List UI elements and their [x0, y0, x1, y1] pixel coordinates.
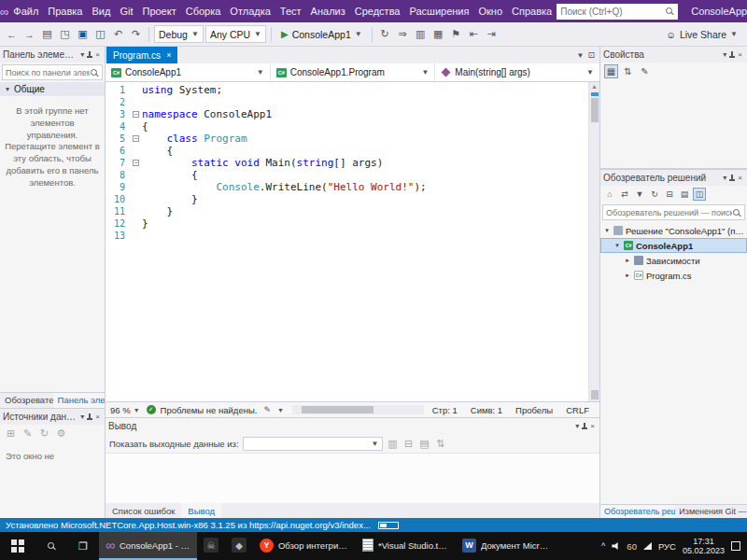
- data-sources-header[interactable]: Источники данных ▾ ×: [0, 409, 105, 425]
- output-content[interactable]: [106, 453, 599, 503]
- sync-with-active-document-icon[interactable]: ◫: [693, 188, 706, 201]
- taskbar-item-visual-studio[interactable]: ∞ConsoleApp1 - Mic...: [99, 532, 197, 560]
- quick-search-input[interactable]: [560, 7, 662, 17]
- column-indicator[interactable]: Симв: 1: [471, 405, 502, 415]
- close-icon[interactable]: ×: [588, 422, 597, 430]
- tree-expander-icon[interactable]: ▾: [603, 227, 611, 234]
- scroll-down-zone[interactable]: [591, 390, 599, 399]
- taskbar-item-word[interactable]: WДокумент Microso...: [456, 532, 558, 560]
- collapse-region-icon[interactable]: −: [133, 135, 139, 142]
- line-ending-indicator[interactable]: CRLF: [566, 405, 589, 415]
- menu-item[interactable]: Справка: [507, 0, 557, 22]
- task-view-button[interactable]: ❐: [67, 532, 99, 560]
- volume-icon[interactable]: [612, 542, 620, 550]
- solution-search-input[interactable]: [606, 208, 732, 217]
- language-indicator[interactable]: РУС: [658, 541, 676, 552]
- menu-item[interactable]: Отладка: [225, 0, 275, 22]
- hidden-icons-chevron[interactable]: ^: [601, 541, 605, 551]
- tree-expander-icon[interactable]: ▸: [624, 272, 631, 279]
- tab-git-changes[interactable]: Изменения Git — п...: [675, 505, 747, 518]
- close-icon[interactable]: ×: [736, 50, 744, 59]
- code-editor[interactable]: 1using System;23−namespace ConsoleApp14{…: [106, 82, 599, 401]
- save-all-icon[interactable]: ◫: [92, 26, 108, 43]
- code-line[interactable]: 8 {: [106, 169, 588, 181]
- taskbar-item-yandex-browser[interactable]: YОбзор интегриров...: [253, 532, 356, 560]
- indent-decrease-icon[interactable]: ⇤: [466, 26, 482, 43]
- close-icon[interactable]: ×: [93, 413, 102, 421]
- tab-output[interactable]: Вывод: [181, 503, 221, 518]
- menu-item[interactable]: Вид: [88, 0, 116, 22]
- editor-vertical-scrollbar[interactable]: ▲: [588, 82, 599, 401]
- properties-header[interactable]: Свойства ▾ ×: [600, 47, 747, 63]
- menu-item[interactable]: Файл: [8, 0, 43, 22]
- code-lines[interactable]: 1using System;23−namespace ConsoleApp14{…: [106, 82, 588, 401]
- scrollbar-thumb[interactable]: [591, 98, 599, 122]
- toolbox-search-box[interactable]: [2, 64, 103, 80]
- code-line[interactable]: 5− class Program: [106, 133, 588, 145]
- code-line[interactable]: 10 }: [106, 193, 588, 205]
- tab-error-list[interactable]: Список ошибок: [106, 503, 181, 518]
- pin-icon[interactable]: [86, 50, 93, 60]
- clock[interactable]: 17:31 05.02.2023: [683, 537, 725, 556]
- window-options-icon[interactable]: ⊡: [587, 50, 595, 60]
- close-icon[interactable]: ×: [736, 174, 744, 182]
- problems-status-text[interactable]: Проблемы не найдены.: [161, 405, 258, 415]
- collapse-region-icon[interactable]: −: [133, 160, 139, 166]
- start-debugging-button[interactable]: ▶ ConsoleApp1 ▼: [276, 25, 367, 44]
- toolbox-header[interactable]: Панель элементов ▾ ×: [0, 47, 105, 63]
- switch-views-icon[interactable]: ⇄: [618, 188, 631, 201]
- code-health-icon[interactable]: ✎: [261, 405, 273, 414]
- project-dropdown[interactable]: C# ConsoleApp1 ▼: [106, 63, 271, 81]
- taskbar-search-button[interactable]: [35, 532, 67, 560]
- open-files-dropdown-icon[interactable]: ▼: [577, 51, 585, 60]
- action-center-icon[interactable]: [731, 541, 740, 551]
- menu-item[interactable]: Анализ: [306, 0, 350, 22]
- menu-item[interactable]: Расширения: [404, 0, 473, 22]
- tab-server-explorer[interactable]: Обозревате...: [0, 393, 53, 408]
- find-in-files-icon[interactable]: ▥: [413, 26, 429, 43]
- menu-item[interactable]: Правка: [43, 0, 87, 22]
- menu-item[interactable]: Сборка: [181, 0, 226, 22]
- attach-process-icon[interactable]: ⇒: [395, 26, 411, 43]
- pin-icon[interactable]: [728, 174, 736, 183]
- platform-dropdown[interactable]: Any CPU▼: [205, 25, 266, 43]
- chevron-down-icon[interactable]: ▾: [721, 50, 728, 59]
- close-icon[interactable]: ×: [166, 50, 171, 60]
- code-line[interactable]: 1using System;: [106, 84, 588, 96]
- undo-icon[interactable]: ↶: [110, 26, 126, 43]
- code-line[interactable]: 13: [106, 230, 588, 242]
- taskbar-item-app-dark-1[interactable]: ☠: [197, 532, 225, 560]
- network-icon[interactable]: [643, 542, 652, 550]
- zoom-dropdown[interactable]: 96 % ▼: [108, 405, 142, 415]
- scrollbar-thumb[interactable]: [302, 406, 374, 413]
- start-button[interactable]: [0, 532, 35, 560]
- bookmark-icon[interactable]: ⚑: [448, 26, 464, 43]
- code-line[interactable]: 9 Console.WriteLine("Hello World!");: [106, 181, 588, 193]
- menu-item[interactable]: Git: [115, 0, 137, 22]
- pin-icon[interactable]: [86, 413, 93, 422]
- refresh-icon[interactable]: ↻: [648, 188, 661, 201]
- code-line[interactable]: 2: [106, 96, 588, 108]
- quick-search-box[interactable]: [557, 4, 678, 20]
- redo-icon[interactable]: ↷: [128, 26, 144, 43]
- indent-increase-icon[interactable]: ⇥: [484, 26, 500, 43]
- chevron-down-icon[interactable]: ▾: [573, 422, 581, 430]
- pin-icon[interactable]: [581, 422, 588, 431]
- pending-filter-icon[interactable]: ▼: [633, 188, 646, 201]
- code-line[interactable]: 11 }: [106, 205, 588, 217]
- code-line[interactable]: 7− static void Main(string[] args): [106, 157, 588, 169]
- line-number-indicator[interactable]: Стр: 1: [432, 405, 458, 415]
- menu-item[interactable]: Тест: [275, 0, 306, 22]
- fold-margin[interactable]: −: [130, 111, 142, 118]
- collapse-all-icon[interactable]: ⊟: [663, 188, 676, 201]
- solution-explorer-toggle-icon[interactable]: ▦: [430, 26, 446, 43]
- home-icon[interactable]: ⌂: [603, 188, 616, 201]
- code-line[interactable]: 4{: [106, 120, 588, 133]
- output-source-dropdown[interactable]: ▼: [243, 437, 383, 451]
- tree-item-program-cs[interactable]: ▸C#Program.cs: [600, 268, 747, 283]
- member-dropdown[interactable]: Main(string[] args) ▼: [435, 63, 599, 81]
- toolbox-category-general[interactable]: ▾ Общие: [0, 82, 105, 96]
- menu-item[interactable]: Проект: [137, 0, 180, 22]
- new-project-icon[interactable]: ▤: [39, 26, 55, 43]
- menu-item[interactable]: Средства: [350, 0, 405, 22]
